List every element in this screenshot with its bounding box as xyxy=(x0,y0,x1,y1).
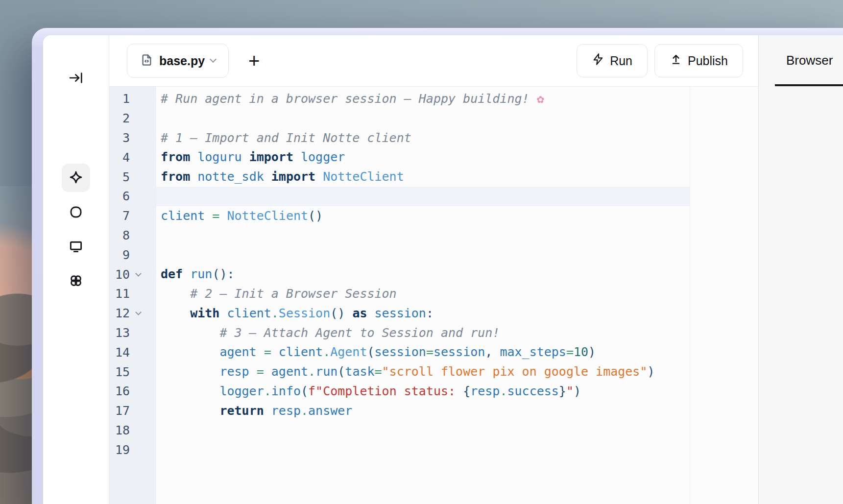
gutter-row: 18 xyxy=(113,421,156,440)
tab-browser[interactable]: Browser xyxy=(786,53,833,68)
line-number: 10 xyxy=(113,267,130,282)
gutter-row: 13 xyxy=(113,323,156,343)
code-line[interactable] xyxy=(161,440,690,459)
gutter-row: 4 xyxy=(113,147,156,167)
code-line[interactable]: return resp.answer xyxy=(161,401,690,421)
sidebar-item-agent[interactable] xyxy=(62,164,90,192)
chevron-down-icon xyxy=(210,56,217,63)
sidebar-item-browser[interactable] xyxy=(62,232,90,261)
editor-column: base.py + Run xyxy=(109,35,759,504)
run-button-label: Run xyxy=(610,54,632,68)
upload-icon xyxy=(670,53,682,69)
code-line[interactable]: # Run agent in a browser session — Happy… xyxy=(161,89,690,109)
line-number: 15 xyxy=(113,365,130,379)
sidebar xyxy=(43,35,109,504)
code-line[interactable] xyxy=(161,245,690,264)
run-button[interactable]: Run xyxy=(577,44,648,77)
code-line[interactable]: def run(): xyxy=(161,264,690,284)
line-number: 7 xyxy=(113,209,130,223)
gutter-row: 1 xyxy=(113,89,156,109)
code-line[interactable]: resp = agent.run(task="scroll flower pix… xyxy=(161,362,690,382)
code-line-active[interactable] xyxy=(156,187,690,206)
publish-button-label: Publish xyxy=(688,54,728,68)
line-number: 13 xyxy=(113,326,130,340)
app-window: base.py + Run xyxy=(32,28,843,504)
line-number: 17 xyxy=(113,404,130,418)
gutter-row: 5 xyxy=(113,167,156,187)
code-line[interactable]: from loguru import logger xyxy=(161,147,690,167)
file-tab-label: base.py xyxy=(159,54,205,68)
sidebar-item-workflows[interactable] xyxy=(62,266,90,295)
code-editor: 12345678910111213141516171819 # Run agen… xyxy=(109,87,758,504)
line-number: 6 xyxy=(113,189,130,203)
gutter-row: 17 xyxy=(113,401,156,421)
desktop-background: base.py + Run xyxy=(0,0,843,504)
squircle-icon xyxy=(69,205,83,219)
line-number: 14 xyxy=(113,345,130,360)
clover-icon xyxy=(69,273,83,288)
line-number: 19 xyxy=(113,443,130,457)
publish-button[interactable]: Publish xyxy=(654,44,743,77)
gutter-row: 16 xyxy=(113,382,156,401)
line-number: 4 xyxy=(113,150,130,165)
gutter-row: 11 xyxy=(113,284,156,304)
gutter-row: 10 xyxy=(113,264,156,284)
line-number: 16 xyxy=(113,384,130,398)
line-number: 18 xyxy=(113,423,130,437)
file-code-icon xyxy=(140,53,153,68)
arrow-to-bar-collapse-icon xyxy=(68,70,84,86)
monitor-icon xyxy=(69,239,83,254)
code-line[interactable]: # 3 — Attach Agent to Session and run! xyxy=(161,323,690,343)
gutter-row: 14 xyxy=(113,342,156,362)
code-line[interactable] xyxy=(161,226,690,245)
active-tab-indicator xyxy=(775,84,843,86)
gutter-row: 19 xyxy=(113,440,156,459)
browser-panel-body xyxy=(759,87,843,504)
code-line[interactable]: agent = client.Agent(session=session, ma… xyxy=(161,342,690,362)
toolbar: base.py + Run xyxy=(109,35,758,87)
line-number: 8 xyxy=(113,228,130,242)
collapse-panel-button[interactable] xyxy=(62,64,90,92)
sidebar-icon-group xyxy=(62,164,90,295)
fold-chevron-icon[interactable] xyxy=(135,270,142,277)
code-line[interactable]: with client.Session() as session: xyxy=(161,304,690,323)
file-tab[interactable]: base.py xyxy=(127,44,229,78)
code-line[interactable] xyxy=(161,109,690,128)
line-number: 11 xyxy=(113,287,130,301)
line-number: 1 xyxy=(113,92,130,106)
sparkle-icon xyxy=(68,170,84,186)
gutter-row: 6 xyxy=(113,187,156,206)
code-line[interactable]: client = NotteClient() xyxy=(161,206,690,226)
gutter-row: 7 xyxy=(113,206,156,226)
code-pane[interactable]: # Run agent in a browser session — Happy… xyxy=(156,87,690,504)
new-file-button[interactable]: + xyxy=(245,51,263,71)
app-content: base.py + Run xyxy=(43,35,843,504)
line-number: 12 xyxy=(113,306,130,320)
line-number: 3 xyxy=(113,131,130,145)
line-number: 9 xyxy=(113,248,130,262)
code-line[interactable]: from notte_sdk import NotteClient xyxy=(161,167,690,187)
gutter-row: 8 xyxy=(113,226,156,245)
fold-chevron-icon[interactable] xyxy=(135,309,142,315)
gutter: 12345678910111213141516171819 xyxy=(109,87,156,504)
line-number: 5 xyxy=(113,170,130,184)
code-line[interactable]: # 1 — Import and Init Notte client xyxy=(161,128,690,148)
gutter-row: 12 xyxy=(113,304,156,323)
line-number: 2 xyxy=(113,111,130,125)
editor-right-gap xyxy=(690,87,758,504)
code-line[interactable]: # 2 — Init a Browser Session xyxy=(161,284,690,304)
code-line[interactable] xyxy=(161,421,690,440)
code-line[interactable]: logger.info(f"Completion status: {resp.s… xyxy=(161,382,690,401)
gutter-row: 15 xyxy=(113,362,156,382)
browser-panel-header: Browser xyxy=(759,35,843,87)
gutter-row: 9 xyxy=(113,245,156,264)
lightning-icon xyxy=(592,53,604,69)
browser-panel: Browser xyxy=(759,35,843,504)
gutter-row: 2 xyxy=(113,109,156,128)
gutter-row: 3 xyxy=(113,128,156,148)
sidebar-item-sessions[interactable] xyxy=(62,198,90,226)
